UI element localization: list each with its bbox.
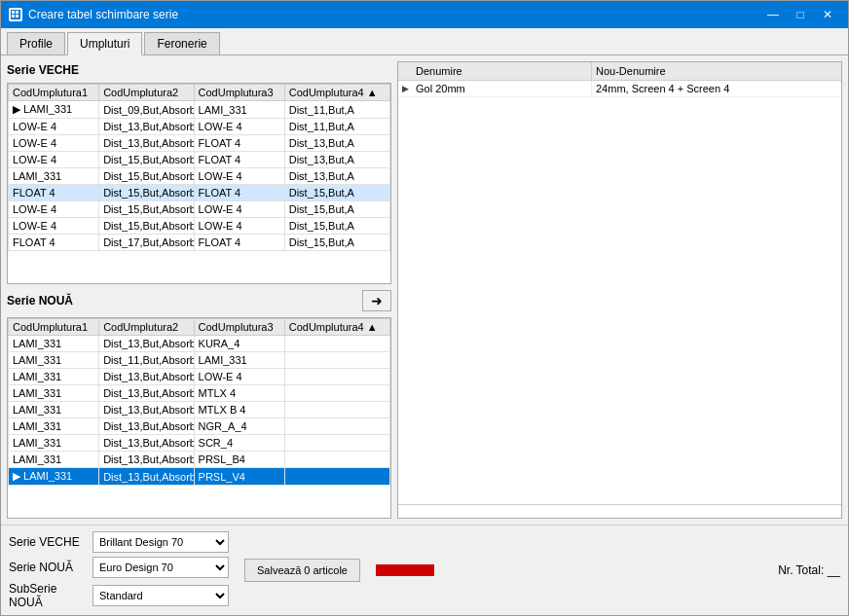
svg-rect-3: [12, 15, 15, 18]
sv-cell-col2: Dist_13,But,Absorb: [99, 119, 194, 135]
serie-noua-combo[interactable]: Euro Design 70: [92, 557, 229, 578]
right-col-denumire-header: Denumire: [412, 62, 592, 80]
sv-cell-col2: Dist_15,But,Absorb A: [99, 185, 194, 201]
sv-table-row[interactable]: LOW-E 4 Dist_13,But,Absorb LOW-E 4 Dist_…: [9, 119, 390, 135]
sn-table-row[interactable]: LAMI_331 Dist_13,But,Absorb A LOW-E 4: [9, 369, 390, 385]
sn-cell-col2: Dist_13,But,Absorb: [99, 385, 194, 402]
right-table-scroll[interactable]: ▶ Gol 20mm 24mm, Screen 4 + Screen 4: [398, 81, 841, 504]
sn-cell-col4: [284, 402, 389, 418]
sv-table-row[interactable]: LAMI_331 Dist_15,But,Absorb A LOW-E 4 Di…: [9, 168, 390, 185]
window-icon: [9, 8, 22, 21]
sn-horiz-scroll[interactable]: [8, 506, 390, 518]
sv-cell-col3: LOW-E 4: [194, 168, 284, 185]
minimize-button[interactable]: —: [760, 5, 786, 24]
sn-table-row[interactable]: LAMI_331 Dist_13,But,Absorb NGR_A_4: [9, 418, 390, 435]
serie-veche-label: Serie VECHE: [7, 61, 391, 79]
sn-table-row[interactable]: LAMI_331 Dist_13,But,Absorb PRSL_B4: [9, 452, 390, 468]
sv-cell-col3: FLOAT 4: [194, 135, 284, 152]
sn-cell-col3: KURA_4: [194, 336, 284, 352]
sv-horiz-scroll[interactable]: [8, 272, 390, 283]
sn-cell-col2: Dist_11,But,Absorb: [99, 352, 194, 369]
arrow-button[interactable]: ➜: [362, 290, 391, 311]
sv-col2-header: CodUmplutura2: [99, 85, 194, 101]
sv-cell-col2: Dist_13,But,Absorb A: [99, 135, 194, 152]
tab-umpluturi[interactable]: Umpluturi: [67, 32, 142, 55]
sn-col3-header: CodUmplutura3: [194, 319, 284, 336]
sn-cell-col3: PRSL_V4: [194, 468, 284, 486]
sv-cell-col4: Dist_13,But,A: [284, 152, 389, 168]
left-panel: Serie VECHE CodUmplutura1 CodUmplutura2 …: [7, 61, 391, 519]
sn-table-row[interactable]: ▶ LAMI_331 Dist_13,But,Absorb PRSL_V4: [9, 468, 390, 486]
tab-profile[interactable]: Profile: [7, 32, 65, 54]
sn-cell-col4: [284, 369, 389, 385]
sv-cell-col3: FLOAT 4: [194, 185, 284, 201]
sn-cell-col4: [284, 452, 389, 468]
sn-cell-col2: Dist_13,But,Absorb A: [99, 369, 194, 385]
sv-cell-col1: FLOAT 4: [9, 235, 99, 251]
sv-cell-col4: Dist_15,But,A: [284, 218, 389, 235]
sv-table-row[interactable]: LOW-E 4 Dist_13,But,Absorb A FLOAT 4 Dis…: [9, 135, 390, 152]
sn-cell-col3: PRSL_B4: [194, 452, 284, 468]
sv-table-row[interactable]: FLOAT 4 Dist_17,But,Absorb A FLOAT 4 Dis…: [9, 235, 390, 251]
serie-veche-table: CodUmplutura1 CodUmplutura2 CodUmplutura…: [8, 84, 390, 251]
sv-cell-col1: LOW-E 4: [9, 201, 99, 218]
close-button[interactable]: ✕: [815, 5, 840, 24]
subserie-noua-combo[interactable]: Standard: [92, 585, 229, 606]
sv-table-row[interactable]: LOW-E 4 Dist_15,But,Absorb FLOAT 4 Dist_…: [9, 152, 390, 168]
sv-cell-col2: Dist_17,But,Absorb A: [99, 235, 194, 251]
sv-cell-col4: Dist_11,But,A: [284, 119, 389, 135]
serie-veche-combo[interactable]: Brillant Design 70: [92, 531, 229, 553]
sv-table-row[interactable]: ▶ LAMI_331 Dist_09,But,Absorb LAMI_331 D…: [9, 101, 390, 119]
sn-table-row[interactable]: LAMI_331 Dist_13,But,Absorb MTLX 4: [9, 385, 390, 402]
sv-col3-header: CodUmplutura3: [194, 85, 284, 101]
sn-cell-col3: LAMI_331: [194, 352, 284, 369]
sv-cell-col4: Dist_15,But,A: [284, 201, 389, 218]
sv-cell-col3: LAMI_331: [194, 101, 284, 119]
sv-cell-col1: LOW-E 4: [9, 218, 99, 235]
sn-cell-col2: Dist_13,But,Absorb: [99, 336, 194, 352]
sn-table-row[interactable]: LAMI_331 Dist_13,But,Absorb KURA_4: [9, 336, 390, 352]
right-horiz-scroll[interactable]: [398, 504, 841, 518]
subserie-noua-label: SubSerie NOUĂ: [9, 582, 87, 609]
sn-cell-col3: MTLX B 4: [194, 402, 284, 418]
sv-cell-col2: Dist_09,But,Absorb: [99, 101, 194, 119]
subserie-noua-row: SubSerie NOUĂ Standard: [9, 582, 229, 609]
save-button[interactable]: Salvează 0 articole: [244, 559, 360, 582]
sn-cell-col1: LAMI_331: [9, 336, 99, 352]
sv-cell-col4: Dist_13,But,A: [284, 168, 389, 185]
sv-cell-col1: LOW-E 4: [9, 152, 99, 168]
sv-cell-col3: LOW-E 4: [194, 201, 284, 218]
sv-cell-col3: LOW-E 4: [194, 218, 284, 235]
sn-cell-col1: LAMI_331: [9, 369, 99, 385]
sn-cell-col1: LAMI_331: [9, 418, 99, 435]
sv-cell-col4: Dist_15,But,A: [284, 235, 389, 251]
sv-table-row[interactable]: LOW-E 4 Dist_15,But,Absorb A LOW-E 4 Dis…: [9, 218, 390, 235]
sv-table-row[interactable]: LOW-E 4 Dist_15,But,Absorb A LOW-E 4 Dis…: [9, 201, 390, 218]
window-title: Creare tabel schimbare serie: [28, 8, 178, 21]
right-data-row[interactable]: ▶ Gol 20mm 24mm, Screen 4 + Screen 4: [398, 81, 841, 97]
sn-cell-col3: NGR_A_4: [194, 418, 284, 435]
right-row-denumire: Gol 20mm: [412, 81, 592, 96]
sn-cell-col2: Dist_13,But,Absorb: [99, 452, 194, 468]
sn-cell-col1: ▶ LAMI_331: [9, 468, 99, 486]
sn-table-row[interactable]: LAMI_331 Dist_11,But,Absorb LAMI_331: [9, 352, 390, 369]
sn-cell-col2: Dist_13,But,Absorb: [99, 402, 194, 418]
sn-col4-header: CodUmplutura4 ▲: [284, 319, 389, 336]
sn-cell-col2: Dist_13,But,Absorb: [99, 468, 194, 486]
sn-cell-col4: [284, 336, 389, 352]
sv-cell-col4: Dist_11,But,A: [284, 101, 389, 119]
tab-feronerie[interactable]: Feronerie: [144, 32, 219, 54]
maximize-button[interactable]: □: [788, 5, 813, 24]
right-row-arrow: ▶: [398, 84, 412, 93]
sv-table-row[interactable]: FLOAT 4 Dist_15,But,Absorb A FLOAT 4 Dis…: [9, 185, 390, 201]
sn-table-row[interactable]: LAMI_331 Dist_13,But,Absorb SCR_4: [9, 435, 390, 452]
main-window: Creare tabel schimbare serie — □ ✕ Profi…: [0, 0, 849, 616]
sn-cell-col4: [284, 352, 389, 369]
svg-rect-1: [12, 11, 15, 14]
serie-noua-row: Serie NOUĂ Euro Design 70: [9, 557, 229, 578]
sn-table-row[interactable]: LAMI_331 Dist_13,But,Absorb MTLX B 4: [9, 402, 390, 418]
serie-veche-scroll[interactable]: CodUmplutura1 CodUmplutura2 CodUmplutura…: [8, 84, 390, 272]
sv-cell-col2: Dist_15,But,Absorb A: [99, 218, 194, 235]
sv-cell-col1: FLOAT 4: [9, 185, 99, 201]
serie-noua-scroll[interactable]: CodUmplutura1 CodUmplutura2 CodUmplutura…: [8, 318, 390, 506]
